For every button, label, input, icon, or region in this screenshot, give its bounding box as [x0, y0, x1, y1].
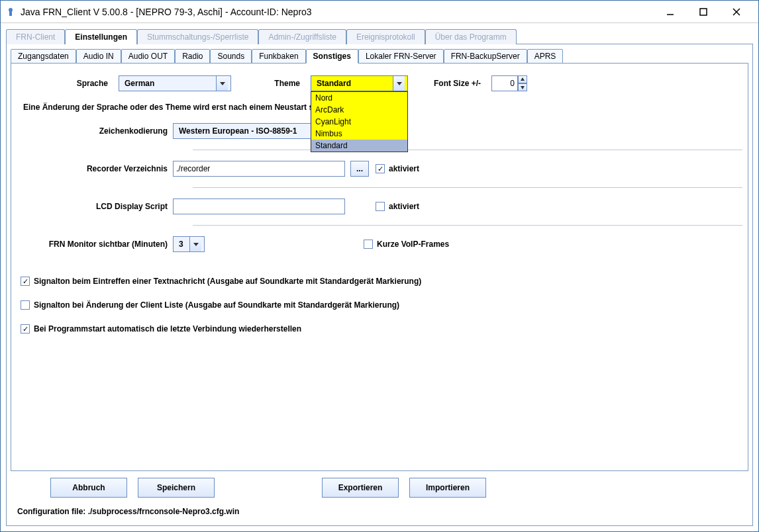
inner-tab-sonstiges[interactable]: Sonstiges: [306, 49, 358, 64]
theme-dropdown: NordArcDarkCyanLightNimbusStandard: [311, 91, 408, 152]
signalton-liste-label: Signalton bei Änderung der Client Liste …: [34, 300, 399, 310]
inner-tab-frn-backupserver[interactable]: FRN-BackupServer: [444, 49, 527, 64]
svg-rect-1: [9, 11, 12, 16]
button-bar: Abbruch Speichern Exportieren Importiere…: [11, 471, 748, 504]
window-title: Java FRN_Client V 5.00.8 - [NEPRO 79-3, …: [21, 7, 654, 17]
outer-tab-ereignisprotokoll[interactable]: Ereignisprotokoll: [346, 29, 425, 44]
inner-tab-zugangsdaten[interactable]: Zugangsdaten: [11, 49, 76, 64]
spinner-up[interactable]: [518, 75, 527, 83]
theme-combo[interactable]: Standard: [311, 75, 408, 91]
abbruch-button[interactable]: Abbruch: [50, 478, 127, 498]
encoding-value: Western European - ISO-8859-1: [176, 126, 297, 136]
import-button[interactable]: Importieren: [409, 478, 486, 498]
lcd-label: LCD Display Script: [21, 202, 173, 211]
inner-tab-lokaler-frn-server[interactable]: Lokaler FRN-Server: [358, 49, 444, 64]
recorder-label: Recorder Verzeichnis: [21, 164, 173, 173]
theme-option-nimbus[interactable]: Nimbus: [311, 128, 407, 140]
outer-panel: ZugangsdatenAudio INAudio OUTRadioSounds…: [6, 44, 753, 526]
inner-tab-aprs[interactable]: APRS: [527, 49, 564, 64]
sprache-combo[interactable]: German: [119, 75, 231, 91]
signalton-text-label: Signalton beim Eintreffen einer Textnach…: [34, 277, 421, 286]
encoding-label: Zeichenkodierung: [21, 126, 173, 136]
app-window: Java FRN_Client V 5.00.8 - [NEPRO 79-3, …: [0, 0, 759, 532]
inner-tab-radio[interactable]: Radio: [175, 49, 210, 64]
inner-tab-funkbaken[interactable]: Funkbaken: [252, 49, 305, 64]
monitor-label: FRN Monitor sichtbar (Minuten): [21, 240, 173, 249]
svg-marker-8: [521, 77, 525, 81]
autoconnect-label: Bei Programmstart automatisch die letzte…: [34, 324, 301, 333]
outer-tabs: FRN-ClientEinstellungenStummschaltungs-/…: [1, 23, 758, 44]
lcd-aktiviert-checkbox[interactable]: [376, 202, 385, 211]
config-file-label: Configuration file: ./subprocess/frncons…: [11, 504, 748, 521]
window-controls: [654, 1, 753, 23]
lcd-input[interactable]: [173, 199, 345, 214]
inner-tabs: ZugangsdatenAudio INAudio OUTRadioSounds…: [11, 48, 748, 63]
chevron-down-icon: [393, 76, 405, 91]
recorder-input[interactable]: [173, 161, 345, 177]
fontsize-label: Font Size +/-: [432, 79, 486, 88]
inner-tab-sounds[interactable]: Sounds: [210, 49, 252, 64]
signalton-text-checkbox[interactable]: [21, 277, 30, 286]
voip-label: Kurze VoIP-Frames: [377, 240, 449, 249]
recorder-aktiviert-checkbox[interactable]: [376, 164, 385, 173]
sprache-label: Sprache: [21, 79, 113, 88]
svg-rect-3: [700, 9, 707, 15]
outer-tab-frn-client[interactable]: FRN-Client: [6, 29, 65, 44]
inner-tab-audio-out[interactable]: Audio OUT: [121, 49, 175, 64]
inner-tab-audio-in[interactable]: Audio IN: [76, 49, 121, 64]
recorder-aktiviert-label: aktiviert: [389, 164, 419, 173]
theme-option-standard[interactable]: Standard: [311, 140, 407, 152]
lcd-aktiviert-label: aktiviert: [389, 202, 419, 211]
fontsize-input[interactable]: [491, 75, 518, 91]
chevron-down-icon: [216, 76, 228, 91]
voip-checkbox[interactable]: [364, 240, 373, 249]
app-icon: [6, 7, 15, 17]
maximize-button[interactable]: [687, 1, 720, 23]
outer-tab-stummschaltungs-sperrliste[interactable]: Stummschaltungs-/Sperrliste: [137, 29, 258, 44]
signalton-liste-checkbox[interactable]: [21, 300, 30, 310]
theme-value: Standard: [314, 79, 351, 88]
monitor-value: 3: [176, 240, 183, 249]
export-button[interactable]: Exportieren: [322, 478, 399, 498]
theme-option-nord[interactable]: Nord: [311, 92, 407, 104]
autoconnect-checkbox[interactable]: [21, 324, 30, 333]
fontsize-spinner[interactable]: [491, 75, 527, 91]
monitor-combo[interactable]: 3: [173, 236, 205, 252]
outer-tab--ber-das-programm[interactable]: Über das Programm: [425, 29, 517, 44]
browse-button[interactable]: ...: [350, 161, 369, 177]
speichern-button[interactable]: Speichern: [138, 478, 215, 498]
minimize-button[interactable]: [654, 1, 687, 23]
theme-label: Theme: [268, 79, 305, 88]
close-button[interactable]: [720, 1, 753, 23]
svg-marker-7: [397, 82, 402, 85]
restart-hint: Eine Änderung der Sprache oder des Theme…: [21, 103, 327, 112]
outer-tab-admin-zugriffsliste[interactable]: Admin-/Zugriffsliste: [258, 29, 346, 44]
sonstiges-panel: Sprache German Theme Standard NordArcDar…: [11, 63, 748, 471]
svg-marker-9: [521, 86, 525, 89]
outer-tab-einstellungen[interactable]: Einstellungen: [65, 29, 137, 44]
svg-marker-6: [220, 82, 225, 85]
sprache-value: German: [122, 79, 154, 88]
svg-marker-11: [193, 243, 199, 246]
titlebar: Java FRN_Client V 5.00.8 - [NEPRO 79-3, …: [1, 1, 758, 23]
spinner-down[interactable]: [518, 83, 527, 91]
chevron-down-icon: [189, 237, 201, 251]
theme-option-cyanlight[interactable]: CyanLight: [311, 116, 407, 128]
theme-option-arcdark[interactable]: ArcDark: [311, 104, 407, 116]
